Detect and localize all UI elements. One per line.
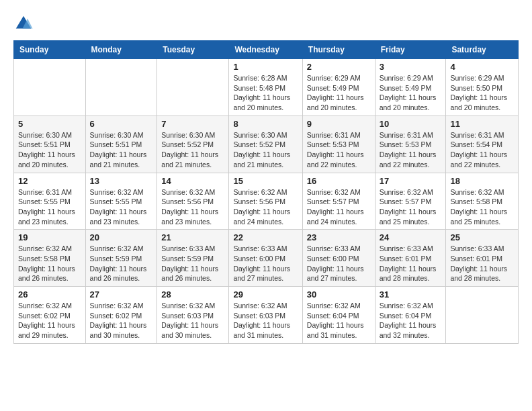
- day-info: Sunrise: 6:32 AM Sunset: 6:04 PM Dayligh…: [380, 301, 442, 340]
- week-row-0: 1Sunrise: 6:28 AM Sunset: 5:48 PM Daylig…: [14, 59, 519, 116]
- day-number: 21: [161, 232, 224, 242]
- day-info: Sunrise: 6:32 AM Sunset: 6:03 PM Dayligh…: [233, 301, 298, 340]
- logo: [13, 13, 35, 34]
- calendar-cell: 15Sunrise: 6:32 AM Sunset: 5:56 PM Dayli…: [229, 173, 302, 230]
- calendar-cell: 24Sunrise: 6:33 AM Sunset: 6:01 PM Dayli…: [375, 230, 446, 287]
- day-info: Sunrise: 6:32 AM Sunset: 6:03 PM Dayligh…: [161, 301, 224, 340]
- week-row-4: 26Sunrise: 6:32 AM Sunset: 6:02 PM Dayli…: [14, 287, 519, 344]
- calendar-cell: 14Sunrise: 6:32 AM Sunset: 5:56 PM Dayli…: [157, 173, 229, 230]
- day-number: 20: [90, 232, 153, 242]
- calendar-cell: 31Sunrise: 6:32 AM Sunset: 6:04 PM Dayli…: [375, 287, 446, 344]
- week-row-1: 5Sunrise: 6:30 AM Sunset: 5:51 PM Daylig…: [14, 116, 519, 173]
- day-number: 31: [380, 289, 442, 300]
- day-info: Sunrise: 6:33 AM Sunset: 6:00 PM Dayligh…: [233, 244, 298, 283]
- day-number: 9: [307, 119, 371, 129]
- calendar-cell: 19Sunrise: 6:32 AM Sunset: 5:58 PM Dayli…: [14, 230, 86, 287]
- calendar-cell: 12Sunrise: 6:31 AM Sunset: 5:55 PM Dayli…: [14, 173, 86, 230]
- calendar-cell: 26Sunrise: 6:32 AM Sunset: 6:02 PM Dayli…: [14, 287, 86, 344]
- day-info: Sunrise: 6:32 AM Sunset: 6:04 PM Dayligh…: [307, 301, 371, 340]
- day-number: 22: [233, 232, 298, 242]
- day-info: Sunrise: 6:31 AM Sunset: 5:54 PM Dayligh…: [450, 130, 514, 170]
- day-info: Sunrise: 6:32 AM Sunset: 5:59 PM Dayligh…: [90, 244, 153, 283]
- day-info: Sunrise: 6:29 AM Sunset: 5:49 PM Dayligh…: [380, 73, 442, 113]
- calendar-cell: 18Sunrise: 6:32 AM Sunset: 5:58 PM Dayli…: [446, 173, 519, 230]
- calendar-cell: [85, 59, 157, 116]
- day-info: Sunrise: 6:32 AM Sunset: 5:57 PM Dayligh…: [380, 187, 442, 227]
- day-number: 6: [90, 119, 153, 129]
- day-info: Sunrise: 6:32 AM Sunset: 5:56 PM Dayligh…: [233, 187, 298, 227]
- calendar-cell: 27Sunrise: 6:32 AM Sunset: 6:02 PM Dayli…: [85, 287, 157, 344]
- day-info: Sunrise: 6:28 AM Sunset: 5:48 PM Dayligh…: [233, 73, 298, 113]
- header-saturday: Saturday: [446, 41, 519, 59]
- day-info: Sunrise: 6:31 AM Sunset: 5:55 PM Dayligh…: [18, 187, 81, 227]
- header-row: SundayMondayTuesdayWednesdayThursdayFrid…: [14, 41, 519, 59]
- day-number: 16: [307, 176, 371, 186]
- header-friday: Friday: [375, 41, 446, 59]
- calendar-cell: 20Sunrise: 6:32 AM Sunset: 5:59 PM Dayli…: [85, 230, 157, 287]
- calendar-cell: 21Sunrise: 6:33 AM Sunset: 5:59 PM Dayli…: [157, 230, 229, 287]
- page-header: [13, 13, 519, 34]
- day-number: 18: [450, 176, 514, 186]
- calendar-cell: 10Sunrise: 6:31 AM Sunset: 5:53 PM Dayli…: [375, 116, 446, 173]
- day-number: 24: [380, 232, 442, 242]
- day-info: Sunrise: 6:30 AM Sunset: 5:51 PM Dayligh…: [18, 130, 81, 170]
- calendar-cell: 25Sunrise: 6:33 AM Sunset: 6:01 PM Dayli…: [446, 230, 519, 287]
- day-number: 28: [161, 289, 224, 300]
- calendar-cell: 13Sunrise: 6:32 AM Sunset: 5:55 PM Dayli…: [85, 173, 157, 230]
- day-number: 29: [233, 289, 298, 300]
- day-info: Sunrise: 6:32 AM Sunset: 5:55 PM Dayligh…: [90, 187, 153, 227]
- day-number: 17: [380, 176, 442, 186]
- day-number: 7: [161, 119, 224, 129]
- calendar-cell: [14, 59, 86, 116]
- calendar-cell: 23Sunrise: 6:33 AM Sunset: 6:00 PM Dayli…: [302, 230, 375, 287]
- header-wednesday: Wednesday: [229, 41, 302, 59]
- calendar-cell: 22Sunrise: 6:33 AM Sunset: 6:00 PM Dayli…: [229, 230, 302, 287]
- day-number: 13: [90, 176, 153, 186]
- day-number: 3: [380, 62, 442, 72]
- calendar-cell: 2Sunrise: 6:29 AM Sunset: 5:49 PM Daylig…: [302, 59, 375, 116]
- calendar-cell: 1Sunrise: 6:28 AM Sunset: 5:48 PM Daylig…: [229, 59, 302, 116]
- day-number: 27: [90, 289, 153, 300]
- calendar-cell: 11Sunrise: 6:31 AM Sunset: 5:54 PM Dayli…: [446, 116, 519, 173]
- calendar-cell: 7Sunrise: 6:30 AM Sunset: 5:52 PM Daylig…: [157, 116, 229, 173]
- header-sunday: Sunday: [14, 41, 86, 59]
- day-info: Sunrise: 6:30 AM Sunset: 5:52 PM Dayligh…: [161, 130, 224, 170]
- calendar-table: SundayMondayTuesdayWednesdayThursdayFrid…: [13, 40, 519, 344]
- calendar-cell: 4Sunrise: 6:29 AM Sunset: 5:50 PM Daylig…: [446, 59, 519, 116]
- day-number: 14: [161, 176, 224, 186]
- day-info: Sunrise: 6:33 AM Sunset: 5:59 PM Dayligh…: [161, 244, 224, 283]
- day-number: 30: [307, 289, 371, 300]
- day-info: Sunrise: 6:31 AM Sunset: 5:53 PM Dayligh…: [380, 130, 442, 170]
- day-info: Sunrise: 6:32 AM Sunset: 5:58 PM Dayligh…: [18, 244, 81, 283]
- calendar-cell: [446, 287, 519, 344]
- week-row-2: 12Sunrise: 6:31 AM Sunset: 5:55 PM Dayli…: [14, 173, 519, 230]
- day-number: 5: [18, 119, 81, 129]
- day-number: 19: [18, 232, 81, 242]
- day-info: Sunrise: 6:32 AM Sunset: 5:57 PM Dayligh…: [307, 187, 371, 227]
- day-number: 26: [18, 289, 81, 300]
- day-info: Sunrise: 6:32 AM Sunset: 6:02 PM Dayligh…: [90, 301, 153, 340]
- day-info: Sunrise: 6:31 AM Sunset: 5:53 PM Dayligh…: [307, 130, 371, 170]
- day-number: 23: [307, 232, 371, 242]
- calendar-cell: 16Sunrise: 6:32 AM Sunset: 5:57 PM Dayli…: [302, 173, 375, 230]
- day-info: Sunrise: 6:33 AM Sunset: 6:00 PM Dayligh…: [307, 244, 371, 283]
- day-number: 1: [233, 62, 298, 72]
- calendar-cell: 5Sunrise: 6:30 AM Sunset: 5:51 PM Daylig…: [14, 116, 86, 173]
- header-tuesday: Tuesday: [157, 41, 229, 59]
- day-number: 8: [233, 119, 298, 129]
- day-number: 2: [307, 62, 371, 72]
- day-info: Sunrise: 6:29 AM Sunset: 5:49 PM Dayligh…: [307, 73, 371, 113]
- calendar-cell: 8Sunrise: 6:30 AM Sunset: 5:52 PM Daylig…: [229, 116, 302, 173]
- day-number: 11: [450, 119, 514, 129]
- calendar-cell: 29Sunrise: 6:32 AM Sunset: 6:03 PM Dayli…: [229, 287, 302, 344]
- week-row-3: 19Sunrise: 6:32 AM Sunset: 5:58 PM Dayli…: [14, 230, 519, 287]
- day-info: Sunrise: 6:32 AM Sunset: 6:02 PM Dayligh…: [18, 301, 81, 340]
- calendar-cell: 3Sunrise: 6:29 AM Sunset: 5:49 PM Daylig…: [375, 59, 446, 116]
- day-info: Sunrise: 6:32 AM Sunset: 5:56 PM Dayligh…: [161, 187, 224, 227]
- day-info: Sunrise: 6:29 AM Sunset: 5:50 PM Dayligh…: [450, 73, 514, 113]
- header-thursday: Thursday: [302, 41, 375, 59]
- calendar-cell: 30Sunrise: 6:32 AM Sunset: 6:04 PM Dayli…: [302, 287, 375, 344]
- day-info: Sunrise: 6:30 AM Sunset: 5:51 PM Dayligh…: [90, 130, 153, 170]
- day-number: 25: [450, 232, 514, 242]
- header-monday: Monday: [85, 41, 157, 59]
